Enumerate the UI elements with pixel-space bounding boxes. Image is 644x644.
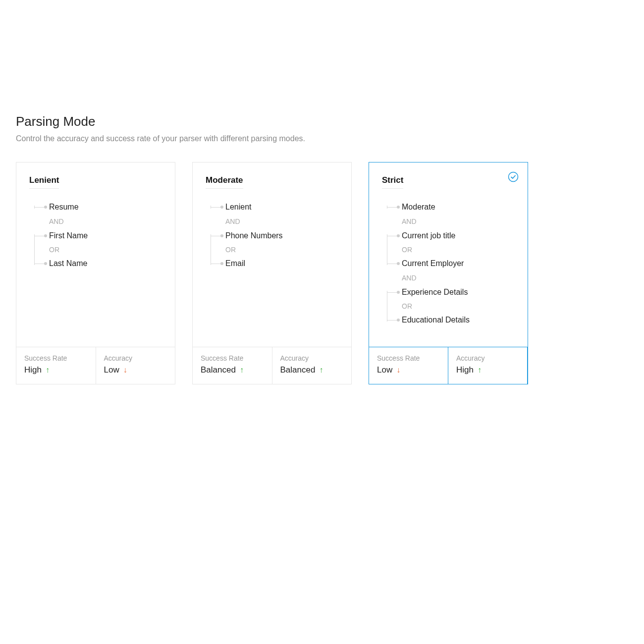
arrow-up-icon: ↑: [478, 366, 482, 375]
stat-label: Accuracy: [280, 354, 344, 362]
stat-value-text: Balanced: [201, 365, 236, 375]
operator-or: OR: [402, 243, 515, 256]
arrow-up-icon: ↑: [46, 366, 50, 375]
criteria-item: First Name: [49, 228, 162, 243]
stat-success: Success RateHigh↑: [16, 347, 96, 384]
card-stats: Success RateBalanced↑AccuracyBalanced↑: [193, 347, 351, 384]
card-body: StrictModerateANDCurrent job titleORCurr…: [369, 162, 528, 347]
operator-and: AND: [206, 215, 338, 228]
criteria-item: Lenient: [225, 200, 338, 215]
operator-or: OR: [49, 243, 162, 256]
card-title: Moderate: [206, 175, 243, 189]
stat-value: High↑: [456, 365, 519, 375]
criteria-item: Current Employer: [402, 256, 515, 271]
stat-value-text: High: [24, 365, 42, 375]
stat-accuracy: AccuracyHigh↑: [448, 347, 528, 384]
card-stats: Success RateLow↓AccuracyHigh↑: [369, 347, 528, 384]
criteria-group: Resume: [29, 200, 162, 215]
arrow-down-icon: ↓: [396, 366, 400, 375]
stat-accuracy: AccuracyBalanced↑: [272, 347, 352, 384]
card-stats: Success RateHigh↑AccuracyLow↓: [16, 347, 175, 384]
stat-success: Success RateLow↓: [369, 347, 448, 384]
criteria-group: Moderate: [382, 200, 515, 215]
criteria-item: Current job title: [402, 228, 515, 243]
card-body: LenientResumeANDFirst NameORLast Name: [16, 162, 175, 347]
operator-and: AND: [29, 215, 162, 228]
stat-value: Balanced↑: [280, 365, 344, 375]
stat-value-text: Low: [377, 365, 392, 375]
criteria-group: Current job titleORCurrent Employer: [382, 228, 515, 271]
operator-and: AND: [382, 271, 515, 285]
arrow-up-icon: ↑: [240, 366, 244, 375]
stat-value: Low↓: [377, 365, 440, 375]
parsing-mode-card-strict[interactable]: StrictModerateANDCurrent job titleORCurr…: [369, 162, 528, 384]
stat-accuracy: AccuracyLow↓: [96, 347, 175, 384]
criteria-group: First NameORLast Name: [29, 228, 162, 271]
operator-and: AND: [382, 215, 515, 228]
card-body: ModerateLenientANDPhone NumbersOREmail: [193, 162, 351, 347]
criteria-tree: ModerateANDCurrent job titleORCurrent Em…: [382, 200, 515, 327]
criteria-group: Phone NumbersOREmail: [206, 228, 338, 271]
stat-value: Balanced↑: [201, 365, 264, 375]
criteria-item: Email: [225, 256, 338, 271]
criteria-item: Last Name: [49, 256, 162, 271]
page-title: Parsing Mode: [16, 114, 628, 129]
criteria-tree: LenientANDPhone NumbersOREmail: [206, 200, 338, 271]
card-title: Lenient: [29, 175, 59, 189]
stat-value-text: High: [456, 365, 474, 375]
stat-label: Accuracy: [456, 354, 519, 362]
arrow-up-icon: ↑: [319, 366, 323, 375]
operator-or: OR: [402, 300, 515, 313]
stat-success: Success RateBalanced↑: [193, 347, 272, 384]
criteria-item: Moderate: [402, 200, 515, 215]
card-title: Strict: [382, 175, 403, 189]
parsing-mode-card-moderate[interactable]: ModerateLenientANDPhone NumbersOREmailSu…: [192, 162, 352, 384]
criteria-group: Experience DetailsOREducational Details: [382, 285, 515, 327]
stat-value-text: Low: [104, 365, 119, 375]
stat-label: Success Rate: [201, 354, 264, 362]
criteria-item: Phone Numbers: [225, 228, 338, 243]
criteria-item: Educational Details: [402, 313, 515, 327]
criteria-tree: ResumeANDFirst NameORLast Name: [29, 200, 162, 271]
stat-value: High↑: [24, 365, 88, 375]
stat-label: Success Rate: [24, 354, 88, 362]
operator-or: OR: [225, 243, 338, 256]
stat-label: Accuracy: [104, 354, 167, 362]
criteria-item: Resume: [49, 200, 162, 215]
stat-value-text: Balanced: [280, 365, 316, 375]
criteria-group: Lenient: [206, 200, 338, 215]
stat-value: Low↓: [104, 365, 167, 375]
stat-label: Success Rate: [377, 354, 440, 362]
page-subtitle: Control the accuracy and success rate of…: [16, 134, 628, 143]
arrow-down-icon: ↓: [123, 366, 127, 375]
selected-check-icon: [508, 171, 519, 182]
criteria-item: Experience Details: [402, 285, 515, 300]
parsing-mode-card-lenient[interactable]: LenientResumeANDFirst NameORLast NameSuc…: [16, 162, 175, 384]
svg-point-0: [509, 172, 518, 182]
parsing-mode-cards: LenientResumeANDFirst NameORLast NameSuc…: [16, 162, 628, 384]
